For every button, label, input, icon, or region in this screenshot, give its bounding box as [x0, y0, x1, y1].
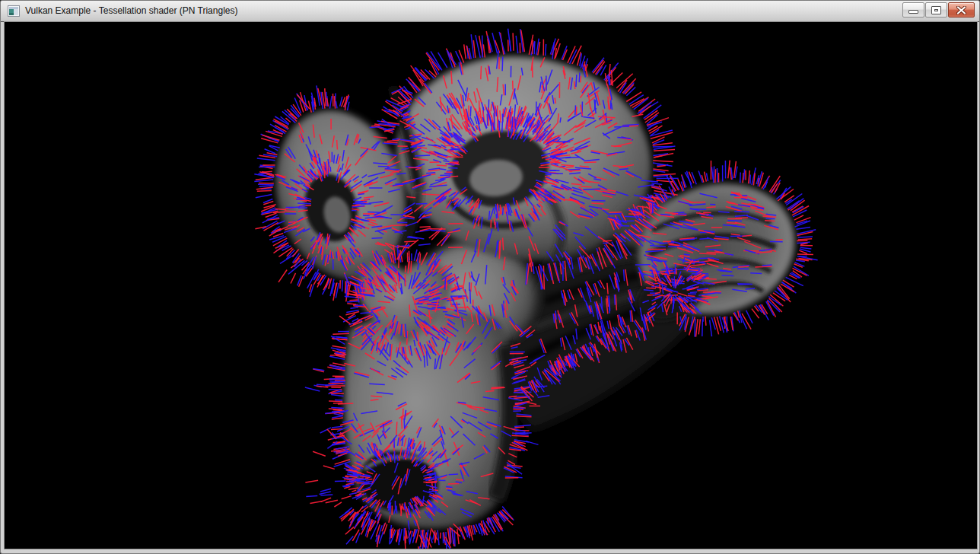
render-viewport[interactable]	[5, 22, 977, 549]
maximize-button[interactable]	[925, 2, 947, 18]
close-icon	[956, 6, 966, 14]
title-bar[interactable]: Vulkan Example - Tessellation shader (PN…	[1, 1, 979, 22]
close-button[interactable]	[948, 2, 975, 18]
minimize-button[interactable]	[902, 2, 924, 18]
maximize-icon	[931, 6, 941, 14]
app-icon	[8, 5, 20, 18]
window-title: Vulkan Example - Tessellation shader (PN…	[25, 1, 237, 21]
model-render	[5, 22, 977, 549]
app-window: Vulkan Example - Tessellation shader (PN…	[0, 0, 980, 554]
minimize-icon	[908, 10, 918, 14]
model-surface	[256, 37, 810, 528]
window-controls	[902, 2, 975, 18]
